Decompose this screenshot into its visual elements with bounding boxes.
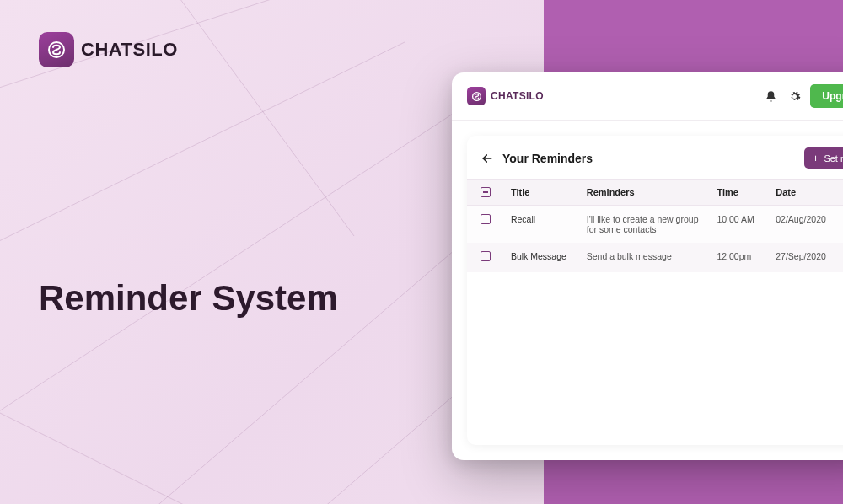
row-title: Recall (511, 214, 587, 224)
plus-icon: + (813, 153, 819, 164)
table-row: Bulk MessageSend a bulk message12:00pm27… (467, 243, 843, 272)
header-checkbox-cell (481, 187, 511, 197)
app-brand-text: CHATSILO (491, 90, 544, 102)
header-time: Time (717, 187, 776, 197)
app-window: CHATSILO Upgrade Your Reminders (452, 72, 843, 460)
reminders-panel: Your Reminders + Set new re Title Remind… (467, 136, 843, 445)
gear-icon[interactable] (787, 88, 802, 104)
upgrade-button[interactable]: Upgrade (810, 84, 843, 108)
row-reminder: Send a bulk message (587, 251, 717, 261)
reminders-table: Title Reminders Time Date RecallI'll lik… (467, 179, 843, 272)
row-checkbox[interactable] (481, 251, 491, 261)
row-date: 27/Sep/2020 (776, 251, 843, 261)
row-time: 12:00pm (717, 251, 776, 261)
brand-logo: CHATSILO (39, 32, 178, 67)
app-brand-icon (467, 87, 486, 105)
app-brand[interactable]: CHATSILO (467, 87, 544, 105)
set-new-label: Set new re (824, 153, 843, 164)
table-header-row: Title Reminders Time Date (467, 179, 843, 206)
select-all-checkbox[interactable] (481, 187, 491, 197)
row-date: 02/Aug/2020 (776, 214, 843, 224)
header-title: Title (511, 187, 587, 197)
brand-icon (39, 32, 74, 67)
row-checkbox[interactable] (481, 214, 491, 224)
set-new-reminder-button[interactable]: + Set new re (804, 147, 843, 169)
app-body: Your Reminders + Set new re Title Remind… (452, 121, 843, 460)
row-time: 10:00 AM (717, 214, 776, 224)
bell-icon[interactable] (763, 88, 778, 104)
header-reminders: Reminders (587, 187, 717, 197)
panel-title: Your Reminders (502, 152, 593, 165)
back-arrow-icon[interactable] (481, 152, 494, 165)
row-reminder: I'll like to create a new group for some… (587, 214, 717, 234)
table-row: RecallI'll like to create a new group fo… (467, 206, 843, 243)
hero-title: Reminder System (39, 278, 338, 319)
row-title: Bulk Message (511, 251, 587, 261)
header-date: Date (776, 187, 843, 197)
brand-text: CHATSILO (81, 39, 178, 61)
panel-header: Your Reminders + Set new re (467, 136, 843, 179)
app-header: CHATSILO Upgrade (452, 72, 843, 121)
